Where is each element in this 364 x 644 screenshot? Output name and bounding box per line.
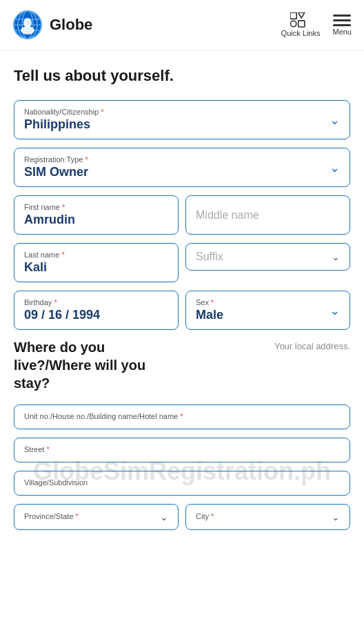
- globe-logo-icon: [12, 10, 43, 40]
- suffix-field[interactable]: Suffix ⌄: [185, 243, 350, 282]
- nationality-value: Philippines: [24, 117, 90, 131]
- middle-name-placeholder: Middle name: [196, 209, 259, 222]
- sex-label: Sex *: [196, 298, 330, 306]
- registration-type-dropdown[interactable]: Registration Type * SIM Owner ⌄: [14, 148, 350, 187]
- middle-name-field[interactable]: Middle name: [185, 195, 350, 235]
- birthday-input-wrapper[interactable]: Birthday * 09 / 16 / 1994: [14, 291, 179, 330]
- province-city-row: Province/State * ⌄ City * ⌄: [14, 504, 350, 538]
- birthday-sex-row: Birthday * 09 / 16 / 1994 Sex * Male ⌄: [14, 291, 350, 330]
- name-row: First name * Amrudin Middle name: [14, 195, 350, 235]
- registration-type-field[interactable]: Registration Type * SIM Owner ⌄: [14, 148, 350, 187]
- address-fields-container: GlobeSimRegistration.ph Unit no./House n…: [14, 404, 350, 538]
- unit-input-wrapper[interactable]: Unit no./House no./Building name/Hotel n…: [14, 404, 350, 429]
- svg-marker-11: [299, 12, 305, 18]
- last-name-input-wrapper[interactable]: Last name * Kali: [14, 243, 179, 282]
- province-dropdown[interactable]: Province/State * ⌄: [14, 504, 179, 530]
- street-label: Street *: [24, 445, 340, 453]
- app-header: Globe Quick Links Menu: [0, 0, 364, 50]
- province-label: Province/State *: [24, 512, 79, 520]
- svg-rect-13: [299, 21, 305, 27]
- city-field[interactable]: City * ⌄: [185, 504, 350, 530]
- svg-point-12: [290, 21, 296, 26]
- address-subtitle: Your local address.: [274, 338, 350, 351]
- first-name-input-wrapper[interactable]: First name * Amrudin: [14, 195, 179, 235]
- menu-button[interactable]: Menu: [332, 14, 352, 36]
- menu-label: Menu: [332, 28, 352, 36]
- address-section-header: Where do you live?/Where will you stay? …: [14, 338, 350, 392]
- quick-links-icon: [290, 12, 311, 28]
- city-label: City *: [196, 512, 214, 520]
- registration-type-label: Registration Type *: [24, 155, 330, 164]
- village-input-wrapper[interactable]: Village/Subdivision: [14, 471, 350, 496]
- birthday-value: 09 / 16 / 1994: [24, 308, 100, 322]
- street-field[interactable]: Street *: [14, 438, 350, 462]
- registration-type-chevron-icon: ⌄: [330, 160, 340, 175]
- province-chevron-icon: ⌄: [160, 511, 168, 523]
- suffix-chevron-icon: ⌄: [332, 251, 340, 262]
- city-dropdown[interactable]: City * ⌄: [185, 504, 350, 530]
- sex-dropdown[interactable]: Sex * Male ⌄: [185, 291, 350, 330]
- sex-value: Male: [196, 308, 223, 322]
- svg-point-8: [23, 18, 32, 28]
- birthday-field[interactable]: Birthday * 09 / 16 / 1994: [14, 291, 179, 330]
- suffix-dropdown[interactable]: Suffix ⌄: [185, 243, 350, 271]
- quick-links-label: Quick Links: [281, 29, 321, 37]
- svg-rect-10: [290, 12, 296, 19]
- nationality-chevron-icon: ⌄: [330, 113, 340, 128]
- last-name-label: Last name *: [24, 251, 168, 259]
- brand-area: Globe: [12, 10, 92, 40]
- main-content: Tell us about yourself. Nationality/Citi…: [0, 50, 364, 555]
- village-label: Village/Subdivision: [24, 478, 340, 487]
- sex-chevron-icon: ⌄: [330, 303, 340, 318]
- first-name-label: First name *: [24, 203, 168, 211]
- nationality-dropdown[interactable]: Nationality/Citizenship * Philippines ⌄: [14, 100, 350, 139]
- middle-name-input-wrapper[interactable]: Middle name: [185, 195, 350, 235]
- province-field[interactable]: Province/State * ⌄: [14, 504, 179, 530]
- lastname-suffix-row: Last name * Kali Suffix ⌄: [14, 243, 350, 282]
- birthday-label: Birthday *: [24, 298, 168, 306]
- sex-field[interactable]: Sex * Male ⌄: [185, 291, 350, 330]
- nationality-label: Nationality/Citizenship *: [24, 108, 330, 116]
- address-title: Where do you live?/Where will you stay?: [14, 338, 165, 392]
- unit-field[interactable]: Unit no./House no./Building name/Hotel n…: [14, 404, 350, 429]
- street-input-wrapper[interactable]: Street *: [14, 438, 350, 462]
- first-name-value: Amrudin: [24, 213, 75, 226]
- nationality-field[interactable]: Nationality/Citizenship * Philippines ⌄: [14, 100, 350, 139]
- last-name-field[interactable]: Last name * Kali: [14, 243, 179, 282]
- last-name-value: Kali: [24, 260, 47, 274]
- quick-links-button[interactable]: Quick Links: [281, 12, 321, 37]
- suffix-label: Suffix: [196, 251, 223, 263]
- svg-point-9: [21, 26, 34, 35]
- hamburger-icon: [333, 14, 351, 26]
- registration-type-value: SIM Owner: [24, 165, 88, 179]
- first-name-field[interactable]: First name * Amrudin: [14, 195, 179, 235]
- page-title: Tell us about yourself.: [14, 67, 350, 85]
- header-actions: Quick Links Menu: [281, 12, 352, 37]
- village-field[interactable]: Village/Subdivision: [14, 471, 350, 496]
- city-chevron-icon: ⌄: [332, 511, 340, 523]
- brand-name: Globe: [50, 16, 92, 34]
- unit-label: Unit no./House no./Building name/Hotel n…: [24, 412, 340, 420]
